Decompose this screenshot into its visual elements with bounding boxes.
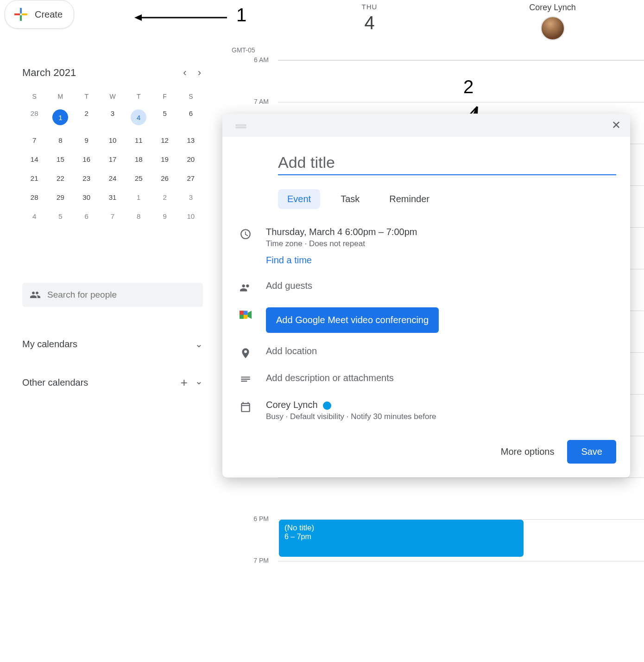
chevron-down-icon: ⌄ — [195, 376, 203, 390]
mini-cal-dow: F — [152, 90, 177, 103]
chevron-down-icon: ⌄ — [195, 338, 203, 350]
mini-cal-day[interactable]: 7 — [22, 132, 46, 149]
mini-cal-dow: T — [126, 90, 151, 103]
tab-task[interactable]: Task — [331, 189, 369, 209]
time-row[interactable]: 7 PM — [278, 561, 644, 603]
location-text: Add location — [266, 346, 616, 356]
mini-cal-day[interactable]: 6 — [179, 105, 203, 130]
mini-cal-day[interactable]: 2 — [75, 105, 99, 130]
mini-cal-day[interactable]: 23 — [75, 170, 99, 187]
datetime-row[interactable]: Thursday, March 4 6:00pm – 7:00pm Time z… — [236, 220, 616, 255]
mini-cal-day[interactable]: 9 — [152, 208, 177, 225]
mini-cal-day[interactable]: 31 — [101, 189, 125, 206]
tab-event[interactable]: Event — [278, 189, 320, 209]
guests-text: Add guests — [266, 280, 616, 291]
calendar-icon — [239, 401, 252, 414]
mini-cal-day[interactable]: 26 — [152, 170, 177, 187]
people-icon — [239, 281, 252, 294]
mini-cal-day[interactable]: 8 — [126, 208, 151, 225]
mini-cal-day[interactable]: 13 — [179, 132, 203, 149]
other-calendars-label: Other calendars — [22, 377, 88, 388]
meet-icon — [239, 308, 252, 321]
owner-sub: Busy · Default visibility · Notify 30 mi… — [266, 412, 616, 421]
description-text: Add description or attachments — [266, 373, 616, 383]
mini-cal-day[interactable]: 20 — [179, 151, 203, 168]
mini-cal-day[interactable]: 10 — [179, 208, 203, 225]
avatar[interactable] — [541, 16, 565, 40]
arrow-1 — [134, 13, 232, 22]
timezone-label: GMT-05 — [232, 46, 255, 54]
mini-cal-day[interactable]: 1 — [126, 189, 151, 206]
mini-cal-day[interactable]: 6 — [75, 208, 99, 225]
drag-handle-icon[interactable] — [235, 124, 246, 126]
add-meet-button[interactable]: Add Google Meet video conferencing — [266, 307, 439, 333]
mini-cal-day[interactable]: 5 — [152, 105, 177, 130]
create-button[interactable]: Create — [5, 0, 74, 29]
mini-cal-day[interactable]: 28 — [22, 105, 46, 130]
mini-cal-day[interactable]: 4 — [22, 208, 46, 225]
owner-row[interactable]: Corey Lynch Busy · Default visibility · … — [236, 393, 616, 428]
tab-reminder[interactable]: Reminder — [380, 189, 439, 209]
mini-cal-day[interactable]: 24 — [101, 170, 125, 187]
location-icon — [239, 347, 252, 360]
mini-cal-day[interactable]: 7 — [101, 208, 125, 225]
mini-cal-day[interactable]: 25 — [126, 170, 151, 187]
mini-cal-dow: T — [75, 90, 99, 103]
mini-cal-day[interactable]: 3 — [101, 105, 125, 130]
meet-row: Add Google Meet video conferencing — [236, 301, 616, 339]
location-row[interactable]: Add location — [236, 339, 616, 366]
mini-cal-day[interactable]: 8 — [48, 132, 72, 149]
my-calendars-section[interactable]: My calendars ⌄ — [22, 338, 203, 350]
add-calendar-icon[interactable]: + — [181, 376, 188, 390]
next-month-button[interactable]: › — [196, 65, 203, 81]
find-time-link[interactable]: Find a time — [266, 255, 616, 266]
user-name: Corey Lynch — [461, 3, 644, 13]
time-label: 7 AM — [241, 98, 269, 105]
mini-cal-day[interactable]: 22 — [48, 170, 72, 187]
mini-calendar: March 2021 ‹ › SMTWTFS281234567891011121… — [22, 65, 203, 225]
time-row[interactable]: 6 PM(No title)6 – 7pm — [278, 519, 644, 561]
mini-cal-day[interactable]: 5 — [48, 208, 72, 225]
mini-cal-day[interactable]: 17 — [101, 151, 125, 168]
mini-cal-day[interactable]: 18 — [126, 151, 151, 168]
description-row[interactable]: Add description or attachments — [236, 366, 616, 393]
mini-cal-day[interactable]: 16 — [75, 151, 99, 168]
guests-row[interactable]: Add guests — [236, 274, 616, 301]
mini-cal-day[interactable]: 2 — [152, 189, 177, 206]
mini-cal-day[interactable]: 27 — [179, 170, 203, 187]
more-options-link[interactable]: More options — [501, 446, 555, 457]
mini-cal-day[interactable]: 11 — [126, 132, 151, 149]
time-row[interactable] — [278, 477, 644, 519]
mini-cal-day[interactable]: 4 — [126, 105, 151, 130]
mini-cal-day[interactable]: 14 — [22, 151, 46, 168]
event-block-time: 6 – 7pm — [284, 533, 518, 541]
mini-cal-day[interactable]: 29 — [48, 189, 72, 206]
search-people[interactable] — [22, 283, 203, 307]
mini-cal-day[interactable]: 19 — [152, 151, 177, 168]
event-dialog: ✕ Event Task Reminder Thursday, March 4 … — [222, 114, 630, 477]
mini-cal-day[interactable]: 10 — [101, 132, 125, 149]
mini-cal-day[interactable]: 1 — [48, 105, 72, 130]
mini-cal-day[interactable]: 30 — [75, 189, 99, 206]
time-row[interactable]: 6 AM — [278, 60, 644, 102]
event-block[interactable]: (No title)6 – 7pm — [279, 520, 524, 557]
mini-cal-title: March 2021 — [22, 67, 76, 79]
search-people-input[interactable] — [47, 290, 196, 300]
mini-cal-day[interactable]: 28 — [22, 189, 46, 206]
datetime-text: Thursday, March 4 6:00pm – 7:00pm — [266, 227, 616, 237]
mini-cal-day[interactable]: 15 — [48, 151, 72, 168]
prev-month-button[interactable]: ‹ — [181, 65, 188, 81]
svg-rect-15 — [240, 311, 244, 315]
close-button[interactable]: ✕ — [612, 119, 621, 132]
mini-cal-day[interactable]: 12 — [152, 132, 177, 149]
description-icon — [239, 374, 252, 387]
save-button[interactable]: Save — [567, 440, 616, 464]
time-label: 7 PM — [241, 557, 269, 564]
other-calendars-section[interactable]: Other calendars + ⌄ — [22, 376, 203, 390]
mini-cal-day[interactable]: 21 — [22, 170, 46, 187]
create-label: Create — [35, 9, 63, 20]
mini-cal-day[interactable]: 3 — [179, 189, 203, 206]
title-input[interactable] — [278, 151, 616, 175]
my-calendars-label: My calendars — [22, 339, 77, 350]
mini-cal-day[interactable]: 9 — [75, 132, 99, 149]
